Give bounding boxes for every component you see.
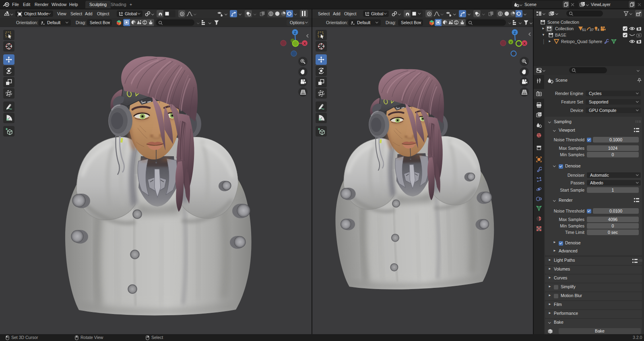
svg-text:Z: Z: [294, 31, 296, 35]
svg-text:Y: Y: [510, 41, 512, 44]
svg-text:X: X: [303, 41, 306, 45]
svg-text:X: X: [523, 41, 526, 45]
svg-text:Z: Z: [514, 31, 516, 35]
